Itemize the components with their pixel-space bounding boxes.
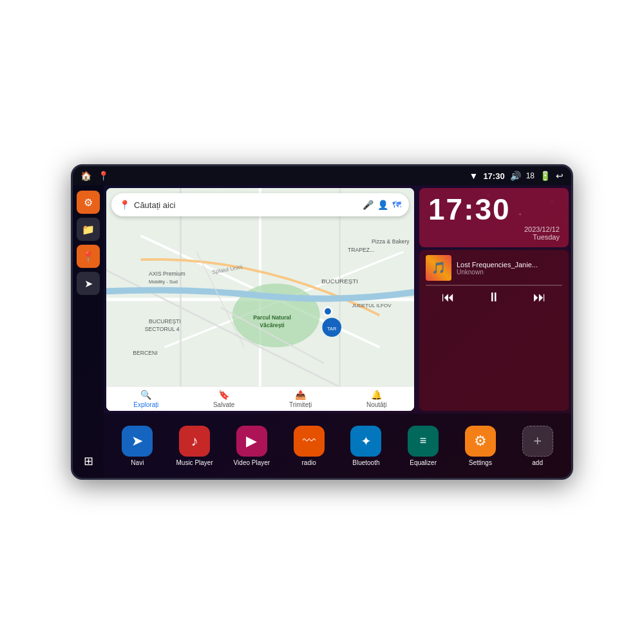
svg-text:Văcărești: Văcărești	[260, 322, 284, 328]
content-area: 📍 Căutați aici 🎤 👤 🗺	[104, 185, 571, 478]
back-icon[interactable]: ↩	[556, 171, 564, 181]
add-icon: +	[522, 426, 553, 457]
sidebar-grid-btn[interactable]: ⊞	[77, 450, 100, 473]
sidebar-settings-btn[interactable]: ⚙	[77, 191, 100, 214]
sidebar-maps-btn[interactable]: 📍	[77, 245, 100, 268]
svg-text:Pizza & Bakery: Pizza & Bakery	[372, 239, 410, 245]
svg-text:BUCUREȘTI: BUCUREȘTI	[149, 318, 181, 325]
svg-text:JUDEȚUL ILFOV: JUDEȚUL ILFOV	[352, 303, 392, 308]
battery-num: 18	[526, 171, 535, 180]
radio-label: radio	[302, 459, 316, 466]
status-bar: 🏠 📍 ▼ 17:30 🔊 18 🔋 ↩	[73, 166, 571, 185]
app-radio[interactable]: 〰 radio	[290, 426, 328, 466]
location-icon[interactable]: 📍	[98, 171, 109, 181]
clock-time: 17:30	[428, 194, 560, 224]
explore-icon: 🔍	[140, 390, 151, 400]
svg-text:SECTORUL 4: SECTORUL 4	[145, 326, 180, 332]
files-icon: 📁	[82, 223, 95, 236]
navi-icon: ➤	[122, 426, 153, 457]
map-search-placeholder[interactable]: Căutați aici	[134, 200, 359, 210]
music-card: 🎵 Lost Frequencies_Janie... Unknown ⏮ ⏸ …	[419, 250, 569, 411]
equalizer-icon: ≡	[408, 426, 439, 457]
clock-card: 17:30 2023/12/12 Tuesday	[419, 188, 569, 247]
map-tab-explore[interactable]: 🔍 Explorați	[133, 390, 158, 408]
app-bluetooth[interactable]: ✦ Bluetooth	[346, 426, 385, 466]
svg-text:BUCUREȘTI: BUCUREȘTI	[321, 278, 358, 285]
svg-text:BERCENI: BERCENI	[133, 350, 157, 357]
clock-widget: 17:30 2023/12/12 Tuesday 🎵	[417, 185, 571, 413]
bluetooth-icon: ✦	[350, 426, 381, 457]
mic-icon[interactable]: 🎤	[363, 200, 374, 210]
music-controls: ⏮ ⏸ ⏭	[426, 290, 562, 305]
app-video-player[interactable]: ▶ Video Player	[232, 426, 271, 466]
map-background: Parcul Natural Văcărești BUCUREȘTI JUDEȚ…	[106, 188, 414, 411]
map-bottom-bar: 🔍 Explorați 🔖 Salvate 📤 Trimiteți �	[106, 386, 414, 411]
app-navi[interactable]: ➤ Navi	[118, 426, 156, 466]
saved-label: Salvate	[213, 401, 234, 408]
svg-text:Mobility - Sud: Mobility - Sud	[149, 279, 178, 285]
music-player-icon: ♪	[179, 426, 210, 457]
profile-icon[interactable]: 👤	[377, 200, 388, 210]
status-right: ▼ 17:30 🔊 18 🔋 ↩	[469, 171, 564, 181]
sidebar-nav-btn[interactable]: ➤	[77, 272, 100, 295]
app-add[interactable]: + add	[518, 426, 557, 466]
map-search-bar[interactable]: 📍 Căutați aici 🎤 👤 🗺	[111, 193, 409, 216]
music-progress-bar[interactable]	[426, 285, 562, 286]
status-time: 17:30	[483, 171, 504, 181]
next-btn[interactable]: ⏭	[533, 290, 546, 305]
music-player-label: Music Player	[176, 459, 213, 466]
bluetooth-label: Bluetooth	[352, 459, 379, 466]
music-artist: Unknown	[457, 269, 562, 276]
map-widget[interactable]: 📍 Căutați aici 🎤 👤 🗺	[106, 188, 414, 411]
app-music-player[interactable]: ♪ Music Player	[175, 426, 214, 466]
video-player-label: Video Player	[234, 459, 270, 466]
settings-app-icon: ⚙	[465, 426, 496, 457]
svg-text:Parcul Natural: Parcul Natural	[253, 314, 291, 321]
battery-icon: 🔋	[540, 171, 551, 181]
google-maps-pin-icon: 📍	[119, 200, 130, 210]
sidebar-files-btn[interactable]: 📁	[77, 218, 100, 241]
top-section: 📍 Căutați aici 🎤 👤 🗺	[104, 185, 571, 413]
device-shell: 🏠 📍 ▼ 17:30 🔊 18 🔋 ↩ ⚙	[71, 164, 573, 480]
music-info: Lost Frequencies_Janie... Unknown	[457, 261, 562, 276]
layers-icon[interactable]: 🗺	[392, 200, 401, 210]
map-tab-send[interactable]: 📤 Trimiteți	[289, 390, 312, 408]
grid-icon: ⊞	[84, 454, 93, 468]
radio-icon: 〰	[294, 426, 325, 457]
app-equalizer[interactable]: ≡ Equalizer	[404, 426, 442, 466]
settings-icon: ⚙	[84, 196, 93, 209]
album-art-inner: 🎵	[426, 255, 451, 281]
home-icon[interactable]: 🏠	[80, 171, 91, 181]
svg-text:TRAPEZ...: TRAPEZ...	[348, 247, 374, 253]
wifi-icon: ▼	[469, 171, 478, 181]
nav-icon: ➤	[84, 278, 93, 290]
volume-icon: 🔊	[510, 171, 521, 181]
clock-date: 2023/12/12 Tuesday	[428, 225, 560, 241]
news-icon: 🔔	[371, 390, 382, 400]
svg-text:TAR: TAR	[327, 326, 336, 332]
music-title: Lost Frequencies_Janie...	[457, 261, 562, 269]
maps-icon: 📍	[82, 251, 95, 263]
navi-label: Navi	[131, 459, 144, 466]
app-settings[interactable]: ⚙ Settings	[461, 426, 500, 466]
explore-label: Explorați	[133, 401, 158, 408]
saved-icon: 🔖	[218, 390, 229, 400]
settings-label: Settings	[469, 459, 492, 466]
prev-btn[interactable]: ⏮	[442, 290, 455, 305]
album-art: 🎵	[426, 255, 451, 281]
add-label: add	[532, 459, 543, 466]
svg-text:AXIS Premium: AXIS Premium	[149, 270, 185, 277]
sidebar: ⚙ 📁 📍 ➤ ⊞	[73, 185, 104, 478]
main-area: ⚙ 📁 📍 ➤ ⊞	[73, 185, 571, 478]
map-tab-saved[interactable]: 🔖 Salvate	[213, 390, 234, 408]
send-label: Trimiteți	[289, 401, 312, 408]
equalizer-label: Equalizer	[410, 459, 437, 466]
svg-point-32	[324, 307, 332, 315]
music-top: 🎵 Lost Frequencies_Janie... Unknown	[426, 255, 562, 281]
news-label: Noutăți	[366, 401, 387, 408]
video-player-icon: ▶	[236, 426, 267, 457]
map-tab-news[interactable]: 🔔 Noutăți	[366, 390, 387, 408]
app-grid: ➤ Navi ♪ Music Player ▶ Video Player	[104, 413, 571, 478]
play-pause-btn[interactable]: ⏸	[488, 290, 500, 305]
send-icon: 📤	[295, 390, 306, 400]
